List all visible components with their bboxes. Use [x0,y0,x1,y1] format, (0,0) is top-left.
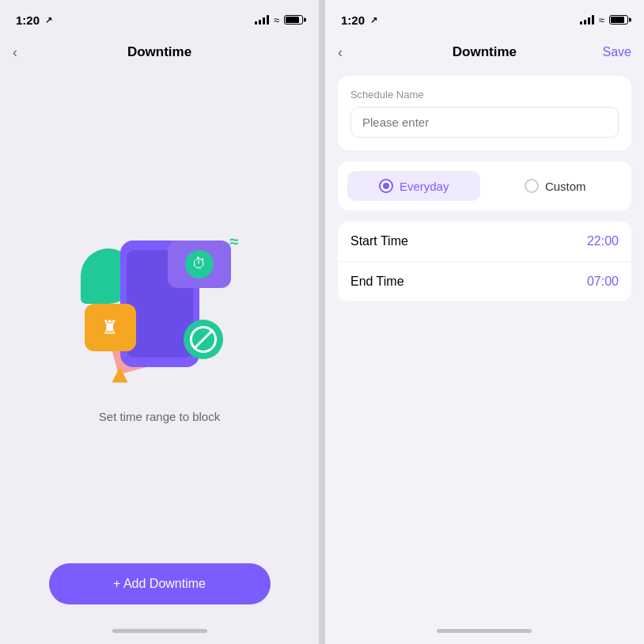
clock-icon: ⏱ [185,250,214,278]
zigzag-decoration: ≈ [230,233,239,251]
left-status-bar: 1:20 ↗ ≈ [0,0,319,35]
right-location-icon: ↗ [370,15,377,25]
custom-label: Custom [545,180,586,193]
time-card: Start Time 22:00 End Time 07:00 [338,222,631,301]
right-content: Schedule Name Everyday Custom Start Time… [325,70,644,617]
start-time-value: 22:00 [587,234,619,248]
add-downtime-button[interactable]: + Add Downtime [49,563,271,604]
block-circle [190,326,217,353]
right-home-bar [437,629,532,633]
block-line [192,328,213,349]
end-time-row[interactable]: End Time 07:00 [338,261,631,301]
everyday-option[interactable]: Everyday [347,171,481,201]
wifi-icon: ≈ [274,14,279,26]
block-icon [184,320,223,359]
right-signal-icon [580,15,594,25]
everyday-label: Everyday [400,180,449,193]
custom-radio-dot [525,179,539,193]
schedule-name-input-wrapper[interactable] [350,107,619,138]
right-back-button[interactable]: ‹ [338,44,343,61]
right-status-icons: ≈ [580,14,628,26]
right-phone: 1:20 ↗ ≈ ‹ Downtime Save Schedule Name [325,0,644,644]
start-time-label: Start Time [350,234,408,248]
right-page-title: Downtime [453,44,517,60]
left-phone: 1:20 ↗ ≈ ‹ Downtime [0,0,319,644]
illustration: ⏱ ♜ ≈ [65,217,255,391]
left-back-button[interactable]: ‹ [13,44,17,61]
phone-divider [319,0,325,644]
left-home-indicator [0,617,319,644]
left-page-title: Downtime [127,44,191,60]
right-status-bar: 1:20 ↗ ≈ [325,0,644,35]
start-time-row[interactable]: Start Time 22:00 [338,222,631,261]
clock-card: ⏱ [168,241,231,288]
battery-icon [284,15,303,25]
right-wifi-icon: ≈ [599,14,604,26]
right-time: 1:20 ↗ [341,13,377,27]
schedule-name-input[interactable] [359,109,610,135]
left-status-icons: ≈ [255,14,303,26]
left-content: ⏱ ♜ ≈ Set time range to block [0,70,319,617]
home-bar [112,629,207,633]
description-text: Set time range to block [99,410,220,423]
save-button[interactable]: Save [603,45,631,59]
left-nav-bar: ‹ Downtime [0,35,319,70]
right-nav-bar: ‹ Downtime Save [325,35,644,70]
right-battery-icon [609,15,628,25]
custom-option[interactable]: Custom [488,171,622,201]
signal-icon [255,15,269,25]
chess-card: ♜ [85,304,136,351]
end-time-label: End Time [350,275,404,289]
right-home-indicator [325,617,644,644]
schedule-name-label: Schedule Name [350,89,619,100]
left-time: 1:20 ↗ [16,13,52,27]
schedule-name-card: Schedule Name [338,76,631,150]
everyday-radio-dot [379,179,393,193]
end-time-value: 07:00 [587,275,619,289]
left-location-icon: ↗ [45,15,52,25]
frequency-selector: Everyday Custom [338,161,631,210]
